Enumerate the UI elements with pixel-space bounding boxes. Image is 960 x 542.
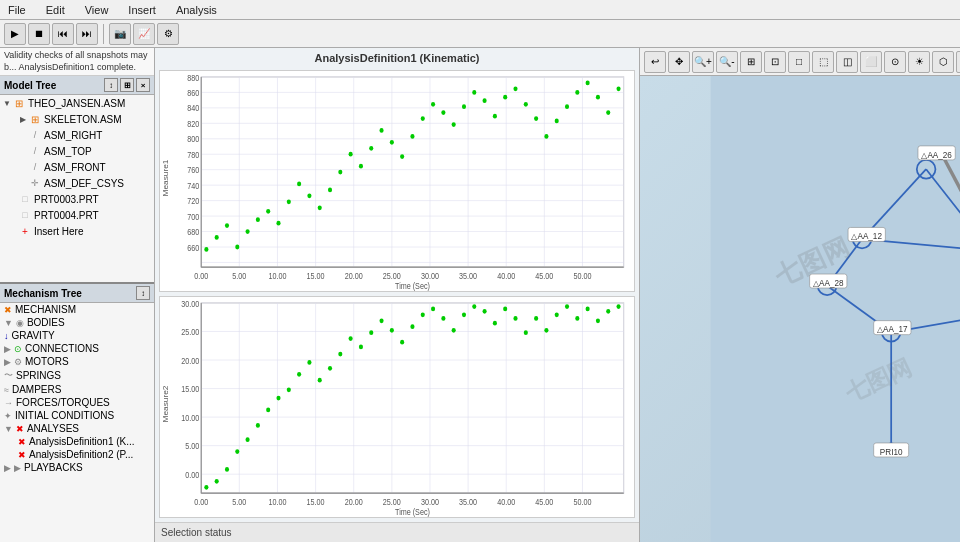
viewport-3d[interactable]: △AA_26 △AA_19 △AA_12 △AA_1 △AA_28 [640, 76, 960, 542]
expand-icon: ▶ [4, 344, 11, 354]
svg-point-140 [452, 328, 456, 333]
tree-item-asm-top[interactable]: / ASM_TOP [0, 143, 154, 159]
svg-point-156 [616, 304, 620, 309]
toolbar-play[interactable]: ▶ [4, 23, 26, 45]
svg-point-38 [328, 188, 332, 193]
svg-point-30 [246, 229, 250, 234]
gravity-icon: ↓ [4, 331, 9, 341]
svg-point-134 [390, 328, 394, 333]
toolbar-settings[interactable]: ⚙ [157, 23, 179, 45]
main-layout: Validity checks of all snapshots may b..… [0, 48, 960, 542]
vp-btn-lamp[interactable]: ☀ [908, 51, 930, 73]
mech-item-initial-conditions[interactable]: ✦ INITIAL CONDITIONS [0, 409, 154, 422]
mech-item-bodies[interactable]: ▼ ◉ BODIES [0, 316, 154, 329]
mech-tree-icon-btn1[interactable]: ↕ [136, 286, 150, 300]
menu-insert[interactable]: Insert [124, 4, 160, 16]
tree-item-theo-jansen[interactable]: ▼ ⊞ THEO_JANSEN.ASM [0, 95, 154, 111]
mech-item-playbacks[interactable]: ▶ ▶ PLAYBACKS [0, 461, 154, 474]
svg-text:25.00: 25.00 [383, 272, 402, 282]
tree-item-asm-right[interactable]: / ASM_RIGHT [0, 127, 154, 143]
tree-icon-btn1[interactable]: ↕ [104, 78, 118, 92]
vp-btn-view4[interactable]: ⬜ [860, 51, 882, 73]
vp-btn-fit[interactable]: ⊡ [764, 51, 786, 73]
vp-btn-camera[interactable]: ⊙ [884, 51, 906, 73]
asm-icon: ⊞ [12, 96, 26, 110]
mech-item-motors[interactable]: ▶ ⚙ MOTORS [0, 355, 154, 368]
chart2-inner: 30.00 25.00 20.00 15.00 10.00 5.00 0.00 … [160, 297, 634, 517]
svg-point-62 [575, 90, 579, 95]
svg-text:20.00: 20.00 [345, 498, 364, 508]
toolbar-sep1 [103, 24, 104, 44]
svg-point-41 [359, 164, 363, 169]
menu-view[interactable]: View [81, 4, 113, 16]
toolbar-ff[interactable]: ⏭ [76, 23, 98, 45]
svg-text:0.00: 0.00 [194, 498, 209, 508]
tree-item-skeleton[interactable]: ▶ ⊞ SKELETON.ASM [0, 111, 154, 127]
svg-text:880: 880 [187, 73, 200, 83]
mech-item-forces[interactable]: → FORCES/TORQUES [0, 396, 154, 409]
svg-text:10.00: 10.00 [268, 498, 287, 508]
svg-point-42 [369, 146, 373, 151]
mech-label: SPRINGS [16, 370, 61, 381]
mech-item-springs[interactable]: 〜 SPRINGS [0, 368, 154, 383]
mechanism-tree-section: Mechanism Tree ↕ ✖ MECHANISM ▼ ◉ BODIES … [0, 282, 154, 542]
vp-btn-undo[interactable]: ↩ [644, 51, 666, 73]
mech-item-analyses[interactable]: ▼ ✖ ANALYSES [0, 422, 154, 435]
svg-text:30.00: 30.00 [421, 498, 440, 508]
mech-item-analysis1[interactable]: ✖ AnalysisDefinition1 (K... [0, 435, 154, 448]
mech-item-mechanism[interactable]: ✖ MECHANISM [0, 303, 154, 316]
tree-item-asm-front[interactable]: / ASM_FRONT [0, 159, 154, 175]
vp-btn-zoom-out[interactable]: 🔍- [716, 51, 738, 73]
svg-point-133 [379, 318, 383, 323]
vp-btn-view3[interactable]: ◫ [836, 51, 858, 73]
mechanism-tree-title: Mechanism Tree [4, 288, 82, 299]
toolbar-chart[interactable]: 📈 [133, 23, 155, 45]
menu-analysis[interactable]: Analysis [172, 4, 221, 16]
svg-point-61 [565, 104, 569, 109]
mech-item-analysis2[interactable]: ✖ AnalysisDefinition2 (P... [0, 448, 154, 461]
svg-point-53 [483, 98, 487, 103]
expand-icon: ▼ [4, 424, 13, 434]
svg-point-29 [235, 245, 239, 250]
menu-file[interactable]: File [4, 4, 30, 16]
svg-point-125 [297, 372, 301, 377]
tree-label: ASM_DEF_CSYS [44, 178, 124, 189]
svg-point-120 [246, 437, 250, 442]
chart2-container: 30.00 25.00 20.00 15.00 10.00 5.00 0.00 … [159, 296, 635, 518]
tree-icon-btn3[interactable]: × [136, 78, 150, 92]
tree-item-asm-def-csys[interactable]: ✛ ASM_DEF_CSYS [0, 175, 154, 191]
vp-btn-view1[interactable]: □ [788, 51, 810, 73]
mechanism-tree-header: Mechanism Tree ↕ [0, 284, 154, 303]
tree-item-insert-here[interactable]: + Insert Here [0, 223, 154, 239]
mech-item-gravity[interactable]: ↓ GRAVITY [0, 329, 154, 342]
vp-btn-solid[interactable]: ▣ [956, 51, 960, 73]
svg-text:25.00: 25.00 [383, 498, 402, 508]
tree-item-prt0003[interactable]: □ PRT0003.PRT [0, 191, 154, 207]
mech-item-dampers[interactable]: ≈ DAMPERS [0, 383, 154, 396]
vp-btn-view2[interactable]: ⬚ [812, 51, 834, 73]
svg-text:0.00: 0.00 [194, 272, 209, 282]
mech-label: FORCES/TORQUES [16, 397, 110, 408]
svg-text:700: 700 [187, 212, 200, 222]
vp-btn-wire[interactable]: ⬡ [932, 51, 954, 73]
svg-text:760: 760 [187, 166, 200, 176]
asm-icon: ⊞ [28, 112, 42, 126]
svg-point-154 [596, 318, 600, 323]
menu-edit[interactable]: Edit [42, 4, 69, 16]
svg-point-131 [359, 345, 363, 350]
vp-btn-pan[interactable]: ✥ [668, 51, 690, 73]
tree-item-prt0004[interactable]: □ PRT0004.PRT [0, 207, 154, 223]
vp-btn-zoom-in[interactable]: 🔍+ [692, 51, 714, 73]
svg-text:740: 740 [187, 181, 200, 191]
mech-item-connections[interactable]: ▶ ⊙ CONNECTIONS [0, 342, 154, 355]
chart-status-bar: Selection status [155, 522, 639, 542]
toolbar-camera[interactable]: 📷 [109, 23, 131, 45]
plane-icon: / [28, 160, 42, 174]
vp-btn-zoom-all[interactable]: ⊞ [740, 51, 762, 73]
svg-point-54 [493, 114, 497, 119]
tree-icon-btn2[interactable]: ⊞ [120, 78, 134, 92]
svg-point-139 [441, 316, 445, 321]
svg-text:△AA_17: △AA_17 [877, 325, 908, 334]
toolbar-stop[interactable]: ⏹ [28, 23, 50, 45]
toolbar-rewind[interactable]: ⏮ [52, 23, 74, 45]
